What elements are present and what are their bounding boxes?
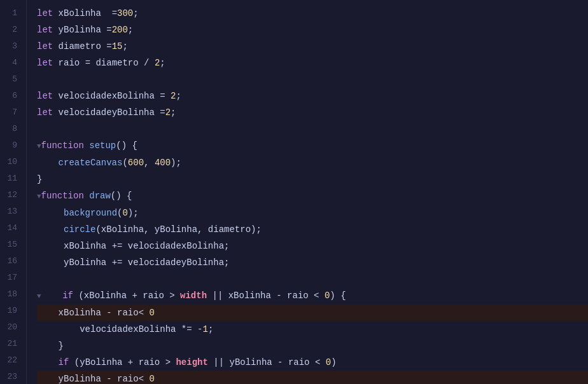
line-num-2: 2 [5,22,17,38]
code-content[interactable]: let xBolinha =300; let yBolinha =200; le… [27,0,588,384]
line-num-11: 11 [5,170,17,187]
line-num-8: 8 [5,121,17,137]
code-line-11: } [37,171,588,188]
code-line-5 [37,71,588,88]
code-line-20: velocidadexBolinha *= -1; [37,321,588,338]
code-line-17 [37,271,588,287]
line-numbers: 1 2 3 4 5 6 7 8 9 10 11 12 13 14 15 16 1… [0,0,27,384]
code-line-3: let diametro =15; [37,38,588,55]
code-line-1: let xBolinha =300; [37,5,588,22]
line-num-14: 14 [5,220,17,237]
line-num-16: 16 [5,253,17,270]
code-line-14: circle(xBolinha, yBolinha, diametro); [37,221,588,238]
code-line-6: let velocidadexBolinha = 2; [37,88,588,104]
code-line-18: ▼ if (xBolinha + raio > width || xBolinh… [37,287,588,305]
code-line-7: let velocidadeyBolinha =2; [37,104,588,121]
line-num-4: 4 [5,55,17,71]
code-line-13: background(0); [37,205,588,221]
code-line-16: yBolinha += velocidadeyBolinha; [37,254,588,271]
code-line-15: xBolinha += velocidadexBolinha; [37,238,588,254]
code-line-21: } [37,338,588,354]
code-line-4: let raio = diametro / 2; [37,55,588,71]
code-line-8 [37,121,588,137]
code-line-12: ▼function draw() { [37,188,588,205]
code-line-19: xBolinha - raio< 0 [37,305,588,321]
code-line-22: if (yBolinha + raio > height || yBolinha… [37,354,588,371]
code-line-9: ▼function setup() { [37,137,588,154]
line-num-9: 9 [5,137,17,154]
line-num-1: 1 [5,5,17,22]
code-line-23: yBolinha - raio< 0 [37,371,588,384]
code-line-2: let yBolinha =200; [37,22,588,38]
line-num-20: 20 [5,319,17,336]
line-num-15: 15 [5,237,17,253]
line-num-21: 21 [5,336,17,352]
line-num-18: 18 [5,286,17,303]
line-num-17: 17 [5,270,17,286]
line-num-19: 19 [5,303,17,319]
code-editor: 1 2 3 4 5 6 7 8 9 10 11 12 13 14 15 16 1… [0,0,588,384]
line-num-10: 10 [5,154,17,170]
code-line-10: createCanvas(600, 400); [37,154,588,171]
line-num-13: 13 [5,203,17,220]
line-num-3: 3 [5,38,17,55]
line-num-12: 12 [5,187,17,203]
line-num-22: 22 [5,352,17,369]
line-num-5: 5 [5,71,17,88]
line-num-23: 23 [5,369,17,384]
line-num-7: 7 [5,104,17,121]
line-num-6: 6 [5,88,17,104]
